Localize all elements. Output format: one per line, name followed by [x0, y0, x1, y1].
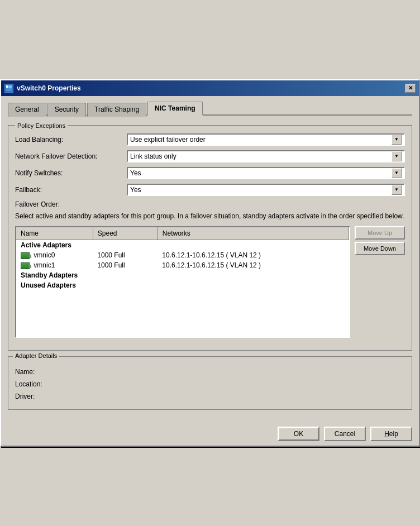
notify-switches-arrow: ▼ — [392, 168, 402, 178]
vmnic1-name-cell: vmnic1 — [16, 260, 93, 270]
tab-general[interactable]: General — [8, 103, 46, 117]
active-adapters-label: Active Adapters — [16, 240, 349, 251]
network-failover-control: Link status only ▼ — [127, 150, 405, 162]
notify-switches-control: Yes ▼ — [127, 167, 405, 179]
adapter-details-legend: Adapter Details — [13, 352, 59, 359]
nic-icon — [21, 252, 30, 259]
policy-exceptions-group: Policy Exceptions Load Balancing: Use ex… — [8, 122, 412, 351]
vmnic0-name: vmnic0 — [34, 251, 55, 259]
adapter-table: Name Speed Networks Active Adapters — [16, 227, 349, 290]
vmnic0-networks: 10.6.12.1-10.6.12.15 ( VLAN 12 ) — [157, 250, 349, 260]
tab-security[interactable]: Security — [47, 103, 86, 117]
network-failover-label: Network Failover Detection: — [15, 152, 127, 160]
details-location-row: Location: — [15, 378, 405, 390]
network-failover-value: Link status only — [130, 152, 176, 160]
load-balancing-value: Use explicit failover order — [130, 136, 206, 144]
table-row[interactable]: vmnic1 1000 Full 10.6.12.1-10.6.12.15 ( … — [16, 260, 349, 270]
failback-select[interactable]: Yes ▼ — [127, 184, 405, 196]
tab-nic-teaming[interactable]: NIC Teaming — [147, 102, 202, 116]
move-down-button[interactable]: Move Down — [355, 242, 405, 255]
notify-switches-label: Notify Switches: — [15, 169, 127, 177]
notify-switches-select[interactable]: Yes ▼ — [127, 167, 405, 179]
load-balancing-control: Use explicit failover order ▼ — [127, 133, 405, 146]
window-content: General Security Traffic Shaping NIC Tea… — [1, 96, 419, 423]
col-name: Name — [16, 227, 93, 240]
svg-rect-1 — [6, 85, 8, 88]
adapter-buttons: Move Up Move Down — [355, 226, 405, 338]
load-balancing-row: Load Balancing: Use explicit failover or… — [15, 133, 405, 146]
failover-order-label: Failover Order: — [15, 200, 405, 208]
bottom-buttons: OK Cancel Help — [1, 422, 419, 446]
notify-switches-row: Notify Switches: Yes ▼ — [15, 167, 405, 179]
network-failover-select[interactable]: Link status only ▼ — [127, 150, 405, 162]
load-balancing-arrow: ▼ — [392, 135, 402, 145]
title-bar: vSwitch0 Properties ✕ — [1, 80, 419, 96]
help-underline-char: H — [384, 430, 389, 438]
notify-switches-value: Yes — [130, 169, 141, 177]
adapter-table-container: Name Speed Networks Active Adapters — [15, 226, 350, 338]
adapter-area: Name Speed Networks Active Adapters — [15, 226, 405, 338]
ok-button[interactable]: OK — [278, 427, 319, 441]
network-failover-row: Network Failover Detection: Link status … — [15, 150, 405, 162]
vmnic0-speed: 1000 Full — [93, 250, 157, 260]
active-adapters-header: Active Adapters — [16, 240, 349, 251]
col-networks: Networks — [157, 227, 349, 240]
svg-rect-2 — [9, 85, 12, 88]
cancel-button[interactable]: Cancel — [324, 427, 366, 441]
details-name-row: Name: — [15, 366, 405, 378]
unused-adapters-label: Unused Adapters — [16, 280, 349, 290]
standby-adapters-label: Standby Adapters — [16, 270, 349, 280]
tabs: General Security Traffic Shaping NIC Tea… — [8, 101, 412, 116]
window: vSwitch0 Properties ✕ General Security T… — [0, 79, 420, 447]
failover-description: Select active and standby adapters for t… — [15, 212, 405, 221]
network-failover-arrow: ▼ — [392, 151, 402, 161]
move-up-button[interactable]: Move Up — [355, 226, 405, 240]
vmnic1-speed: 1000 Full — [93, 260, 157, 270]
load-balancing-label: Load Balancing: — [15, 136, 127, 144]
policy-exceptions-legend: Policy Exceptions — [15, 122, 68, 129]
load-balancing-select[interactable]: Use explicit failover order ▼ — [127, 133, 405, 146]
window-title: vSwitch0 Properties — [17, 84, 81, 92]
vmnic0-name-cell: vmnic0 — [16, 250, 93, 260]
help-label-rest: elp — [389, 430, 398, 438]
failback-arrow: ▼ — [392, 185, 402, 195]
failback-control: Yes ▼ — [127, 184, 405, 196]
vmnic1-networks: 10.6.12.1-10.6.12.15 ( VLAN 12 ) — [157, 260, 349, 270]
failback-label: Failback: — [15, 186, 127, 194]
table-row[interactable]: vmnic0 1000 Full 10.6.12.1-10.6.12.15 ( … — [16, 250, 349, 260]
failback-row: Failback: Yes ▼ — [15, 184, 405, 196]
details-content: Name: Location: Driver: — [15, 361, 405, 403]
table-header-row: Name Speed Networks — [16, 227, 349, 240]
nic-icon — [21, 262, 30, 269]
failback-value: Yes — [130, 186, 141, 194]
window-icon — [4, 84, 13, 93]
unused-adapters-header: Unused Adapters — [16, 280, 349, 290]
help-button[interactable]: Help — [370, 427, 412, 441]
vmnic1-name: vmnic1 — [34, 261, 55, 269]
tab-traffic-shaping[interactable]: Traffic Shaping — [87, 103, 146, 117]
details-driver-row: Driver: — [15, 390, 405, 403]
col-speed: Speed — [93, 227, 157, 240]
adapter-details-group: Adapter Details Name: Location: Driver: — [8, 356, 412, 410]
title-bar-left: vSwitch0 Properties — [4, 84, 81, 93]
standby-adapters-header: Standby Adapters — [16, 270, 349, 280]
close-button[interactable]: ✕ — [405, 84, 416, 93]
